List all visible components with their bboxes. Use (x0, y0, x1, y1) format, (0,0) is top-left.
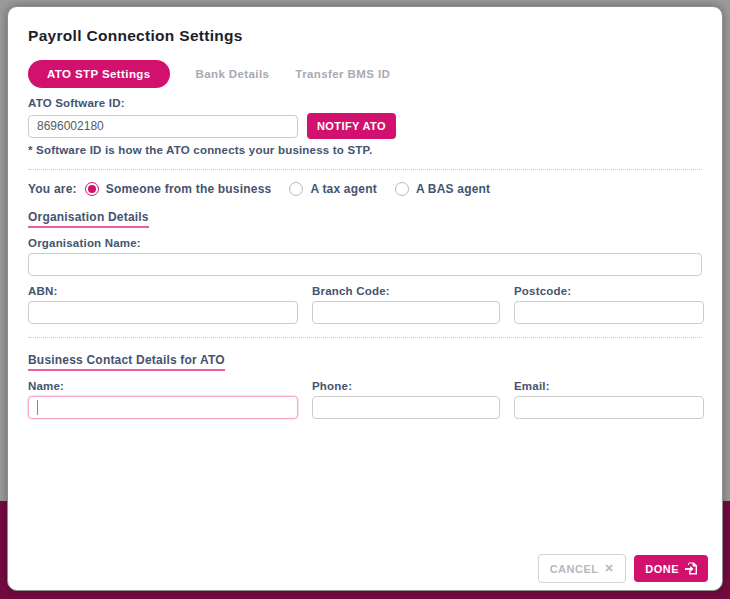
tab-transfer-bms-id[interactable]: Transfer BMS ID (295, 68, 390, 80)
divider (28, 169, 702, 170)
notify-ato-button[interactable]: NOTIFY ATO (307, 113, 396, 139)
radio-someone-from-business-label[interactable]: Someone from the business (106, 182, 272, 196)
payroll-connection-settings-dialog: Payroll Connection Settings ATO STP Sett… (7, 6, 723, 591)
organisation-name-label: Organisation Name: (28, 237, 702, 249)
tab-ato-stp-settings[interactable]: ATO STP Settings (28, 60, 170, 88)
divider (28, 337, 702, 338)
cancel-button[interactable]: CANCEL ✕ (538, 554, 627, 583)
cancel-button-label: CANCEL (550, 563, 599, 575)
branch-code-label: Branch Code: (312, 285, 500, 297)
contact-name-input[interactable] (28, 396, 298, 419)
software-id-note: * Software ID is how the ATO connects yo… (28, 144, 702, 156)
abn-label: ABN: (28, 285, 298, 297)
contact-name-label: Name: (28, 380, 298, 392)
tab-bar: ATO STP Settings Bank Details Transfer B… (28, 60, 702, 88)
radio-bas-agent-label[interactable]: A BAS agent (416, 182, 490, 196)
text-caret (37, 400, 38, 415)
software-id-label: ATO Software ID: (28, 97, 702, 109)
postcode-input[interactable] (514, 301, 704, 324)
radio-tax-agent-label[interactable]: A tax agent (310, 182, 376, 196)
contact-email-input[interactable] (514, 396, 704, 419)
dialog-footer: CANCEL ✕ DONE (538, 554, 708, 583)
postcode-label: Postcode: (514, 285, 704, 297)
radio-someone-from-business[interactable] (85, 182, 99, 196)
close-icon: ✕ (605, 562, 615, 575)
done-button-label: DONE (645, 563, 679, 575)
abn-row: ABN: Branch Code: Postcode: (28, 285, 702, 324)
tab-bank-details[interactable]: Bank Details (196, 68, 270, 80)
save-exit-icon (685, 562, 697, 575)
done-button[interactable]: DONE (634, 555, 708, 582)
radio-bas-agent[interactable] (395, 182, 409, 196)
contact-row: Name: Phone: Email: (28, 380, 702, 419)
organisation-details-heading: Organisation Details (28, 210, 149, 228)
branch-code-input[interactable] (312, 301, 500, 324)
business-contact-details-heading: Business Contact Details for ATO (28, 353, 225, 371)
abn-input[interactable] (28, 301, 298, 324)
software-id-section: ATO Software ID: NOTIFY ATO * Software I… (28, 97, 702, 156)
dialog-title: Payroll Connection Settings (28, 27, 702, 45)
you-are-row: You are: Someone from the business A tax… (28, 182, 702, 196)
organisation-name-field: Organisation Name: (28, 237, 702, 276)
you-are-label: You are: (28, 182, 77, 196)
contact-phone-input[interactable] (312, 396, 500, 419)
software-id-input[interactable] (28, 115, 298, 138)
radio-tax-agent[interactable] (289, 182, 303, 196)
contact-email-label: Email: (514, 380, 704, 392)
organisation-name-input[interactable] (28, 253, 702, 276)
contact-phone-label: Phone: (312, 380, 500, 392)
